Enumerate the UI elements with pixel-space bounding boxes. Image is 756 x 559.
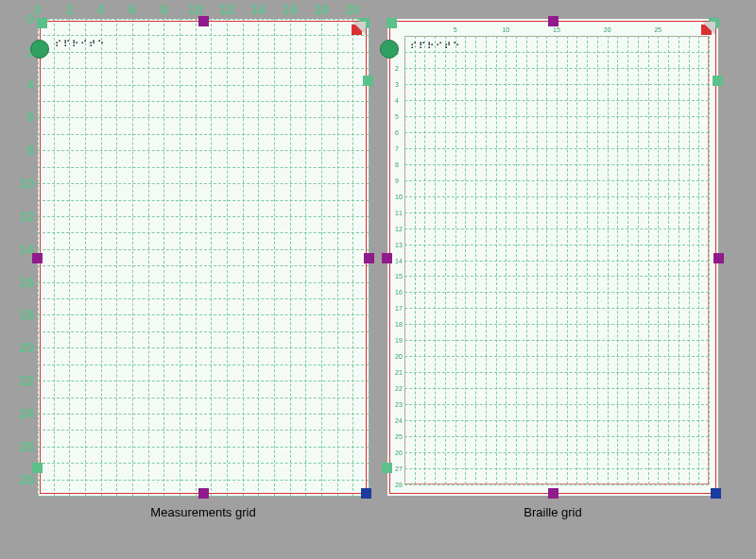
resize-handle-green[interactable]	[387, 18, 397, 28]
resize-handle-purple[interactable]	[713, 253, 724, 263]
measurements-caption: Measurements grid	[150, 505, 255, 519]
grid-line-h	[404, 229, 709, 229]
resize-handle-green[interactable]	[382, 463, 392, 473]
grid-line-h	[404, 68, 709, 69]
grid-line-h	[404, 276, 709, 277]
grid-line-v	[227, 19, 228, 496]
grid-line-h	[38, 463, 369, 464]
grid-line-h	[38, 200, 369, 201]
x-axis-label: 16	[283, 2, 298, 17]
resize-handle-purple[interactable]	[198, 16, 209, 26]
grid-line-v	[290, 19, 291, 496]
resize-handle-blue[interactable]	[711, 488, 721, 499]
grid-line-h	[38, 249, 369, 250]
resize-handle-green[interactable]	[37, 18, 47, 28]
y-axis-label: 20	[15, 340, 34, 355]
page-border	[40, 21, 367, 494]
y-tick-label: 3	[395, 80, 399, 87]
grid-line-v	[321, 19, 322, 496]
grid-line-h	[404, 452, 709, 453]
resize-handle-green[interactable]	[363, 76, 373, 86]
resize-handle-purple[interactable]	[382, 253, 392, 263]
grid-line-h	[404, 324, 709, 325]
grid-line-h	[404, 340, 709, 341]
resize-handle-green[interactable]	[713, 76, 723, 86]
grid-line-h	[38, 117, 369, 118]
grid-line-h	[404, 196, 709, 197]
x-axis-label: 8	[160, 2, 167, 17]
x-axis-label: 12	[219, 2, 234, 17]
resize-handle-purple[interactable]	[548, 488, 558, 499]
braille-grid-panel[interactable]: 5101520251234567891011121314151617181920…	[387, 19, 718, 496]
grid-line-h	[404, 292, 709, 293]
y-tick-label: 26	[395, 449, 403, 456]
x-tick-label: 25	[654, 26, 662, 33]
grid-line-h	[38, 282, 369, 283]
origin-circle[interactable]	[30, 40, 49, 59]
grid-line-h	[404, 164, 709, 165]
grid-line-h	[38, 167, 369, 168]
x-axis-label: 20	[346, 2, 361, 17]
origin-circle[interactable]	[380, 40, 399, 59]
measurements-grid-panel[interactable]: 0246810121416182002468101214161820222426…	[38, 19, 369, 496]
resize-handle-blue[interactable]	[361, 488, 371, 499]
resize-handle-green[interactable]	[32, 463, 43, 473]
grid-line-h	[404, 132, 709, 133]
x-tick-label: 10	[502, 26, 509, 33]
y-axis-label: 26	[15, 439, 34, 454]
grid-line-h	[404, 36, 709, 37]
y-tick-label: 7	[395, 144, 399, 151]
y-tick-label: 9	[395, 177, 399, 183]
grid-line-h	[38, 447, 369, 448]
grid-line-h	[404, 356, 709, 357]
grid-line-h	[404, 84, 709, 85]
grid-line-h	[38, 68, 369, 69]
grid-line-v	[196, 19, 197, 496]
grid-line-h	[38, 216, 369, 217]
grid-line-v	[180, 19, 180, 496]
grid-line-v	[101, 19, 102, 496]
x-axis-label: 10	[188, 2, 203, 17]
grid-line-h	[404, 148, 709, 149]
y-tick-label: 2	[395, 64, 399, 71]
page-corner-cut	[352, 22, 366, 35]
grid-line-h	[404, 100, 709, 101]
y-tick-label: 5	[395, 112, 399, 119]
grid-line-h	[38, 398, 369, 398]
y-tick-label: 10	[395, 193, 403, 199]
resize-handle-purple[interactable]	[198, 488, 209, 499]
grid-line-v	[352, 19, 353, 496]
grid-line-h	[38, 364, 369, 365]
y-axis-label: 22	[15, 373, 34, 388]
grid-line-h	[38, 480, 369, 481]
y-tick-label: 27	[395, 466, 403, 472]
y-tick-label: 11	[395, 209, 403, 215]
x-tick-label: 20	[604, 26, 611, 33]
y-tick-label: 28	[395, 482, 403, 488]
grid-line-v	[54, 19, 55, 496]
y-tick-label: 12	[395, 225, 403, 231]
resize-handle-purple[interactable]	[548, 16, 558, 26]
y-axis-label: 18	[15, 307, 34, 322]
grid-line-h	[38, 314, 369, 315]
grid-line-h	[38, 183, 369, 184]
grid-line-h	[404, 484, 709, 485]
grid-line-v	[148, 19, 149, 496]
grid-line-h	[404, 420, 709, 421]
grid-line-v	[211, 19, 212, 496]
braille-text: ⠎⠏⠗⠊⠞⠑	[55, 42, 106, 46]
grid-line-h	[38, 430, 369, 431]
resize-handle-purple[interactable]	[364, 253, 374, 263]
y-tick-label: 20	[395, 353, 403, 360]
x-axis-label: 18	[314, 2, 329, 17]
grid-line-h	[38, 265, 369, 266]
y-axis-label: 4	[15, 77, 34, 93]
grid-line-h	[404, 116, 709, 117]
resize-handle-purple[interactable]	[32, 253, 43, 263]
grid-line-v	[69, 19, 70, 496]
x-axis-label: 6	[129, 2, 136, 17]
grid-line-v	[116, 19, 117, 496]
y-axis-label: 28	[15, 472, 34, 487]
grid-line-h	[38, 85, 369, 86]
y-axis-label: 0	[15, 11, 34, 26]
